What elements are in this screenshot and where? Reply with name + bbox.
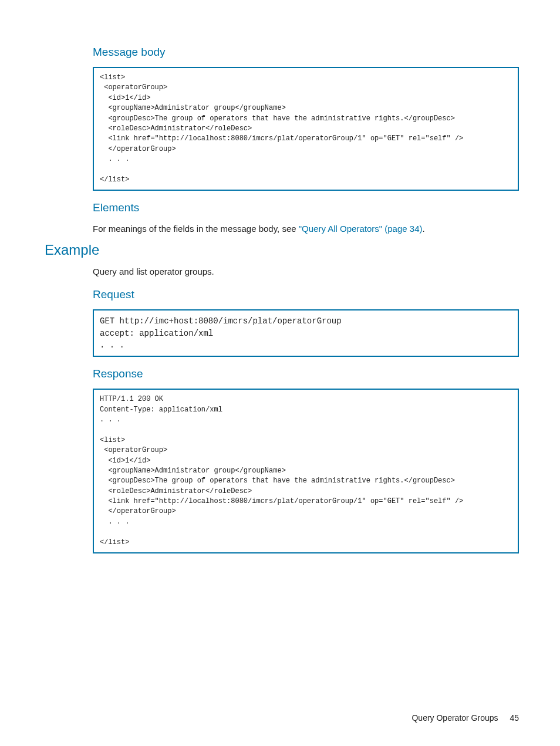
message-body-code: <list> <operatorGroup> <id>1</id> <group… — [93, 67, 519, 191]
response-heading: Response — [93, 367, 519, 380]
footer-page-number: 45 — [510, 713, 519, 723]
request-code: GET http://imc+host:8080/imcrs/plat/oper… — [93, 309, 519, 357]
example-intro: Query and list operator groups. — [93, 265, 519, 278]
response-code: HTTP/1.1 200 OK Content-Type: applicatio… — [93, 389, 519, 553]
elements-text-after: . — [423, 224, 425, 234]
elements-heading: Elements — [93, 201, 519, 214]
page-footer: Query Operator Groups 45 — [411, 713, 519, 723]
query-all-operators-link[interactable]: "Query All Operators" (page 34) — [299, 224, 423, 234]
footer-label: Query Operator Groups — [411, 713, 498, 723]
example-heading: Example — [45, 242, 519, 258]
elements-text-before: For meanings of the fields in the messag… — [93, 224, 299, 234]
elements-text: For meanings of the fields in the messag… — [93, 222, 519, 235]
message-body-heading: Message body — [93, 46, 519, 59]
request-heading: Request — [93, 288, 519, 301]
